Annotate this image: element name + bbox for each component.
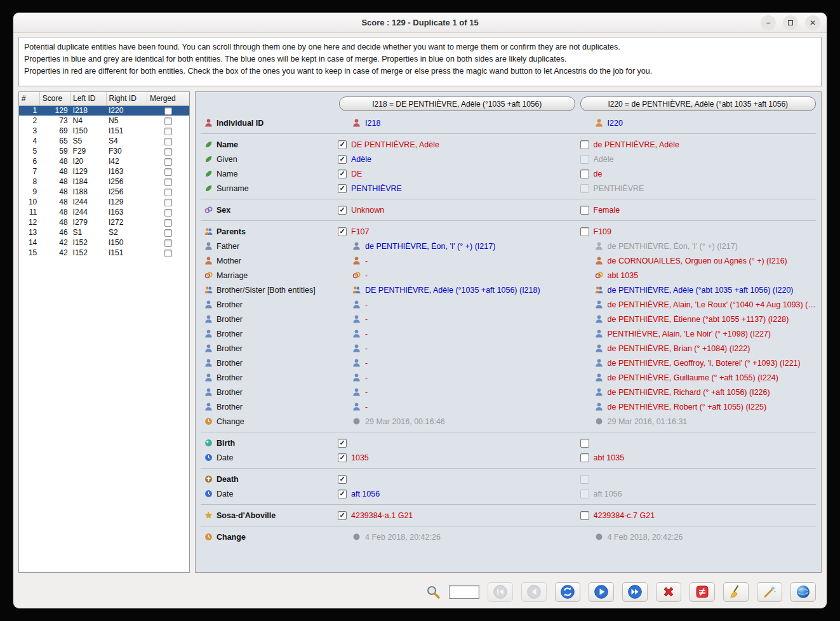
keep-checkbox[interactable]: ✓ (338, 140, 347, 149)
duplicate-row[interactable]: 3 69 I150 I151 (19, 126, 189, 136)
row-score: 48 (39, 197, 70, 207)
property-label: Death (217, 475, 239, 484)
keep-checkbox[interactable]: ✓ (338, 490, 347, 498)
keep-checkbox[interactable] (580, 439, 589, 448)
duplicate-row[interactable]: 10 48 I244 I129 (19, 197, 189, 207)
property-label: Parents (217, 227, 246, 236)
duplicate-row[interactable]: 5 59 F29 F30 (19, 146, 189, 156)
right-entity-button[interactable]: I220 = de PENTHIÈVRE, Adèle (°abt 1035 +… (580, 97, 817, 111)
row-score: 48 (39, 166, 70, 177)
merged-checkbox[interactable] (164, 229, 172, 237)
person-mother-icon (595, 257, 603, 265)
replay-button[interactable] (555, 582, 580, 602)
merged-checkbox[interactable] (164, 148, 172, 156)
merged-checkbox[interactable] (164, 117, 172, 125)
property-row: Brother -de PENTHIÈVRE, Richard (° +aft … (199, 385, 817, 399)
keep-checkbox[interactable]: ✓ (338, 511, 347, 520)
duplicate-row[interactable]: 2 73 N4 N5 (19, 116, 189, 126)
keep-checkbox[interactable]: ✓ (338, 227, 347, 236)
keep-checkbox[interactable] (580, 170, 589, 178)
minimize-button[interactable]: − (761, 15, 776, 30)
duplicate-row[interactable]: 7 48 I129 I163 (19, 166, 189, 177)
property-label: Name (217, 140, 238, 149)
property-label: Brother (217, 388, 243, 397)
keep-checkbox[interactable] (580, 511, 589, 520)
keep-checkbox[interactable]: ✓ (338, 439, 347, 448)
keep-checkbox[interactable] (580, 227, 589, 236)
merged-checkbox[interactable] (164, 168, 172, 176)
duplicate-row[interactable]: 9 48 I188 I256 (19, 187, 189, 197)
duplicate-row[interactable]: 1 129 I218 I220 (19, 105, 189, 116)
keep-checkbox[interactable] (580, 453, 589, 462)
persons-pair-icon (352, 286, 361, 294)
next-button[interactable] (589, 582, 614, 602)
duplicate-row[interactable]: 13 46 S1 S2 (19, 227, 189, 237)
row-right-id: I151 (106, 248, 147, 258)
duplicate-row[interactable]: 15 42 I152 I151 (19, 248, 189, 258)
mark-not-equal-button[interactable] (690, 582, 715, 602)
row-score: 59 (39, 146, 70, 156)
merged-checkbox[interactable] (164, 189, 172, 196)
last-button[interactable] (622, 582, 648, 602)
column-header-left-id[interactable]: Left ID (70, 92, 106, 105)
duplicate-row[interactable]: 11 48 I244 I163 (19, 207, 189, 217)
keep-checkbox[interactable]: ✓ (338, 206, 347, 215)
row-number: 15 (19, 248, 39, 258)
keep-checkbox[interactable]: ✓ (338, 475, 347, 484)
merged-checkbox[interactable] (164, 128, 172, 135)
sosa-icon (204, 511, 213, 519)
clean-button[interactable] (723, 582, 749, 602)
property-row: Brother -PENTHIÈVRE, Alain, 'Le Noir' (°… (199, 326, 817, 341)
search-input[interactable] (449, 585, 479, 599)
merged-checkbox[interactable] (164, 178, 172, 186)
column-header-right-id[interactable]: Right ID (106, 92, 147, 105)
keep-checkbox[interactable]: ✓ (338, 170, 347, 178)
merged-checkbox[interactable] (164, 239, 172, 247)
name-icon (204, 155, 213, 163)
keep-checkbox[interactable]: ✓ (338, 184, 347, 193)
keep-checkbox[interactable] (580, 140, 589, 149)
duplicate-row[interactable]: 8 48 I184 I256 (19, 177, 189, 187)
column-header-score[interactable]: Score (39, 92, 70, 105)
merged-checkbox[interactable] (164, 158, 172, 166)
property-value: - (365, 257, 368, 265)
person-brother-icon (352, 388, 361, 396)
duplicate-row[interactable]: 6 48 I20 I42 (19, 156, 189, 166)
row-right-id: I129 (106, 197, 147, 207)
persons-pair-icon (204, 286, 213, 294)
merged-checkbox[interactable] (164, 138, 172, 145)
keep-checkbox[interactable]: ✓ (338, 453, 347, 462)
property-value: - (365, 344, 368, 353)
property-value: de PENTHIÈVRE, Adèle (594, 140, 679, 149)
property-value: - (365, 373, 368, 382)
maximize-button[interactable] (783, 15, 798, 30)
instruction-line-1: Potential duplicate entities have been f… (24, 41, 816, 53)
merged-checkbox[interactable] (164, 209, 172, 217)
property-row: Brother -de PENTHIÈVRE, Alain, 'Le Roux'… (199, 297, 817, 312)
person-brother-icon (595, 344, 603, 352)
merged-checkbox[interactable] (164, 107, 172, 115)
close-button[interactable]: ✕ (805, 15, 820, 30)
person-grey-icon (595, 242, 603, 250)
merged-checkbox[interactable] (164, 250, 172, 257)
first-button (488, 582, 513, 602)
duplicate-row[interactable]: 14 42 I152 I150 (19, 237, 189, 248)
validate-button[interactable] (790, 582, 816, 602)
left-entity-button[interactable]: I218 = DE PENTHIÈVRE, Adèle (°1035 +aft … (339, 97, 575, 111)
property-row: Sex ✓UnknownFemale (199, 203, 817, 217)
column-header-num[interactable]: # (19, 92, 39, 105)
window-titlebar[interactable]: Score : 129 - Duplicate 1 of 15 − ✕ (13, 13, 827, 33)
duplicate-row[interactable]: 4 65 S5 S4 (19, 136, 189, 146)
row-right-id: I151 (106, 126, 147, 136)
merged-checkbox[interactable] (164, 199, 172, 206)
reject-button[interactable] (656, 582, 681, 602)
property-value: 4 Feb 2018, 20:42:26 (365, 533, 441, 542)
column-header-merged[interactable]: Merged (147, 92, 189, 105)
duplicate-row[interactable]: 12 48 I279 I272 (19, 217, 189, 227)
row-left-id: I184 (70, 177, 106, 187)
group-separator (201, 199, 816, 199)
auto-merge-button[interactable] (757, 582, 782, 602)
keep-checkbox[interactable] (580, 206, 589, 215)
merged-checkbox[interactable] (164, 219, 172, 227)
keep-checkbox[interactable]: ✓ (338, 155, 347, 164)
